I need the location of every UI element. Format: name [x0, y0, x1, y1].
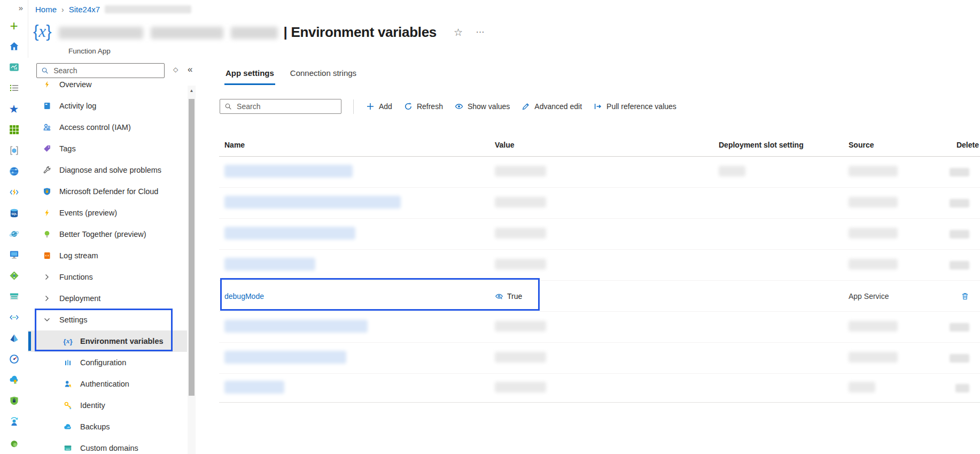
search-icon	[41, 66, 49, 75]
env-var-name-link[interactable]: debugMode	[224, 292, 264, 301]
menu-view-toggle-icon[interactable]: ◇	[173, 66, 178, 73]
rail-item-resource-groups[interactable]	[0, 140, 28, 161]
sidebar-item-environment-variables[interactable]: {x}Environment variables	[28, 330, 187, 352]
breadcrumb-site-link[interactable]: Site24x7	[69, 5, 100, 14]
grid-icon	[9, 125, 19, 135]
star-icon: ★	[9, 103, 19, 116]
tab-connection-strings[interactable]: Connection strings	[289, 65, 357, 85]
sidebar-search-input[interactable]	[52, 66, 160, 75]
pull-reference-values-button[interactable]: Pull reference values	[588, 98, 682, 114]
rail-item-home[interactable]	[0, 36, 28, 57]
rail-item-dashboard[interactable]	[0, 57, 28, 78]
sidebar-item-identity[interactable]: Identity	[28, 395, 187, 416]
table-row-redacted[interactable]	[219, 188, 980, 219]
sidebar-scrollbar[interactable]: ▲	[188, 86, 196, 454]
scrollbar-thumb[interactable]	[189, 99, 195, 396]
table-row-redacted[interactable]	[219, 250, 980, 281]
rail-item-advisor[interactable]	[0, 370, 28, 390]
filter-search-box[interactable]	[220, 99, 341, 114]
redacted-name	[224, 258, 315, 271]
sidebar-item-overview[interactable]: Overview	[28, 80, 187, 95]
sidebar-item-activity-log[interactable]: Activity log	[28, 95, 187, 117]
table-row-redacted[interactable]	[219, 343, 980, 374]
expand-rail-button[interactable]: »	[0, 0, 28, 15]
rail-item-cost-management[interactable]	[0, 411, 28, 432]
sidebar-item-custom-domains[interactable]: wwwCustom domains	[28, 437, 187, 454]
show-values-button[interactable]: Show values	[449, 98, 516, 114]
pyramid-icon	[9, 333, 19, 343]
app-settings-table: Name Value Deployment slot setting Sourc…	[219, 134, 980, 403]
breadcrumb-home-link[interactable]: Home	[35, 5, 57, 14]
pull-reference-icon	[594, 102, 602, 111]
table-row-redacted[interactable]	[219, 157, 980, 188]
more-options-icon[interactable]: …	[476, 25, 485, 35]
tab-app-settings[interactable]: App settings	[224, 65, 275, 85]
sidebar-item-defender[interactable]: Microsoft Defender for Cloud	[28, 181, 187, 202]
redacted-source	[849, 321, 898, 332]
redacted-delete	[950, 323, 969, 332]
collapse-menu-button[interactable]: «	[188, 64, 192, 75]
dashboard-icon	[9, 62, 19, 72]
rail-item-virtual-machines[interactable]	[0, 244, 28, 265]
sidebar-item-events[interactable]: Events (preview)	[28, 202, 187, 224]
rail-item-favorites[interactable]: ★	[0, 98, 28, 119]
filter-search-input[interactable]	[236, 102, 337, 111]
add-button[interactable]: Add	[360, 98, 398, 114]
env-var-source: App Service	[843, 292, 940, 301]
rail-item-all-services[interactable]	[0, 78, 28, 98]
rail-item-app-services[interactable]	[0, 161, 28, 182]
sidebar-item-settings[interactable]: Settings	[28, 309, 187, 330]
sidebar-item-configuration[interactable]: Configuration	[28, 352, 187, 373]
rail-item-sql-databases[interactable]: SQL	[0, 203, 28, 224]
sidebar-item-diagnose[interactable]: Diagnose and solve problems	[28, 159, 187, 181]
favorite-star-icon[interactable]: ☆	[454, 26, 463, 39]
rail-item-storage-accounts[interactable]	[0, 286, 28, 307]
redacted-resource-name	[59, 27, 278, 39]
table-row-redacted[interactable]	[219, 312, 980, 343]
advanced-edit-button[interactable]: Advanced edit	[516, 98, 588, 114]
rail-item-microsoft-defender-for-cloud[interactable]	[0, 390, 28, 411]
sidebar-item-backups[interactable]: Backups	[28, 416, 187, 437]
column-header-source: Source	[843, 141, 940, 149]
sidebar-item-better-together[interactable]: Better Together (preview)	[28, 224, 187, 245]
rail-item-all-resources[interactable]	[0, 119, 28, 140]
sidebar-search-box[interactable]	[36, 63, 165, 78]
sidebar-item-access-control[interactable]: Access control (IAM)	[28, 117, 187, 138]
resource-type-label: Function App	[68, 47, 111, 55]
redacted-name	[224, 381, 284, 394]
redacted-value	[495, 382, 546, 393]
table-row-debugmode[interactable]: debugModeTrueApp Service	[219, 281, 980, 312]
rail-item-help-support[interactable]	[0, 432, 28, 453]
rail-item-load-balancers[interactable]	[0, 265, 28, 286]
svg-text:www: www	[66, 448, 70, 450]
sidebar-item-log-stream[interactable]: Log stream	[28, 245, 187, 266]
table-row-redacted[interactable]	[219, 219, 980, 250]
refresh-icon	[404, 102, 413, 111]
list-icon	[9, 83, 19, 93]
delete-icon[interactable]	[961, 292, 969, 301]
svg-text:SQL: SQL	[11, 212, 18, 216]
redacted-source	[849, 259, 898, 270]
sidebar-item-tags[interactable]: Tags	[28, 138, 187, 159]
rail-item-azure-cosmos-db[interactable]	[0, 224, 28, 244]
sidebar-item-deployment[interactable]: Deployment	[28, 288, 187, 309]
table-row-redacted[interactable]	[219, 374, 980, 403]
rail-item-create-resource[interactable]: +	[0, 15, 28, 36]
sidebar-item-authentication[interactable]: Authentication	[28, 373, 187, 395]
rail-item-function-apps[interactable]	[0, 182, 28, 203]
redacted-delete	[950, 230, 969, 238]
rail-item-monitor[interactable]	[0, 349, 28, 370]
redacted-value	[495, 321, 546, 332]
activity-log-icon	[42, 101, 52, 111]
scrollbar-up-arrow[interactable]: ▲	[188, 88, 196, 93]
hidden-value-icon	[495, 292, 503, 301]
redacted-delete	[950, 199, 969, 207]
column-header-deployment-slot-setting: Deployment slot setting	[713, 141, 843, 149]
rail-item-azure-active-directory[interactable]	[0, 328, 28, 349]
planet-icon	[9, 229, 19, 239]
column-header-delete: Delete	[940, 141, 980, 149]
sidebar-item-functions[interactable]: Functions	[28, 266, 187, 288]
plus-icon: +	[10, 20, 18, 31]
rail-item-virtual-networks[interactable]	[0, 307, 28, 328]
refresh-button[interactable]: Refresh	[398, 98, 449, 114]
